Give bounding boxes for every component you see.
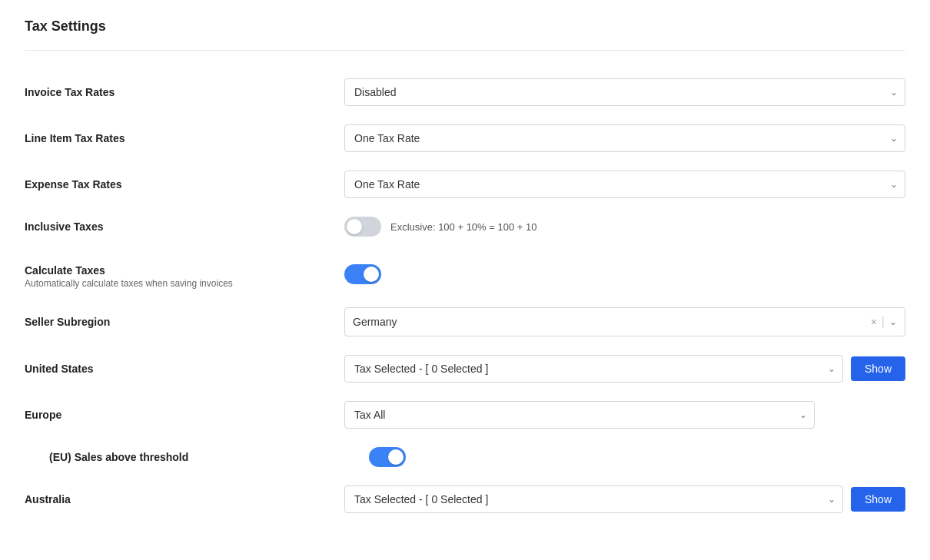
invoice-tax-rates-label: Invoice Tax Rates	[25, 86, 332, 98]
united-states-show-button[interactable]: Show	[851, 356, 905, 381]
calculate-taxes-toggle[interactable]	[344, 264, 381, 284]
expense-tax-rates-label: Expense Tax Rates	[25, 178, 332, 191]
united-states-dropdown-group: Tax Selected - [ 0 Selected ] Tax All Ta…	[344, 355, 905, 383]
australia-dropdown-group: Tax Selected - [ 0 Selected ] Tax All Ta…	[344, 485, 905, 513]
seller-subregion-control: Germany × | ⌄	[344, 307, 905, 336]
calculate-taxes-control	[344, 264, 905, 284]
section-divider	[25, 50, 905, 51]
invoice-tax-rates-select-wrapper: Disabled One Tax Rate Multiple Tax Rates…	[344, 78, 905, 106]
inclusive-taxes-control: Exclusive: 100 + 10% = 100 + 10	[344, 217, 905, 237]
expense-tax-rates-select-wrapper: Disabled One Tax Rate Multiple Tax Rates…	[344, 171, 905, 198]
seller-subregion-clear-icon[interactable]: ×	[871, 316, 877, 328]
inclusive-taxes-label: Inclusive Taxes	[25, 220, 332, 233]
page-title: Tax Settings	[25, 18, 905, 35]
line-item-tax-rates-label: Line Item Tax Rates	[25, 132, 332, 144]
inclusive-taxes-slider	[344, 217, 381, 237]
inclusive-taxes-description: Exclusive: 100 + 10% = 100 + 10	[390, 221, 536, 233]
expense-tax-rates-row: Expense Tax Rates Disabled One Tax Rate …	[25, 161, 905, 207]
united-states-select[interactable]: Tax Selected - [ 0 Selected ] Tax All Ta…	[344, 355, 843, 383]
inclusive-taxes-row: Inclusive Taxes Exclusive: 100 + 10% = 1…	[25, 207, 905, 246]
europe-select[interactable]: Tax All Tax Selected Tax None	[344, 401, 815, 429]
australia-row: Australia Tax Selected - [ 0 Selected ] …	[25, 476, 905, 522]
line-item-tax-rates-row: Line Item Tax Rates Disabled One Tax Rat…	[25, 115, 905, 161]
seller-subregion-chevron-icon[interactable]: ⌄	[889, 316, 897, 327]
invoice-tax-rates-select[interactable]: Disabled One Tax Rate Multiple Tax Rates	[344, 78, 905, 106]
line-item-tax-rates-control: Disabled One Tax Rate Multiple Tax Rates…	[344, 124, 905, 152]
expense-tax-rates-control: Disabled One Tax Rate Multiple Tax Rates…	[344, 171, 905, 198]
australia-label: Australia	[25, 493, 332, 505]
seller-subregion-label: Seller Subregion	[25, 316, 332, 328]
seller-subregion-field[interactable]: Germany × | ⌄	[344, 307, 905, 336]
line-item-tax-rates-select-wrapper: Disabled One Tax Rate Multiple Tax Rates…	[344, 124, 905, 152]
calculate-taxes-label: Calculate Taxes Automatically calculate …	[25, 264, 332, 289]
spacer-1	[25, 246, 905, 255]
line-item-tax-rates-select[interactable]: Disabled One Tax Rate Multiple Tax Rates	[344, 124, 905, 152]
eu-sales-toggle[interactable]	[369, 447, 406, 467]
united-states-select-wrapper: Tax Selected - [ 0 Selected ] Tax All Ta…	[344, 355, 843, 383]
australia-show-button[interactable]: Show	[851, 487, 905, 512]
eu-sales-label: (EU) Sales above threshold	[49, 451, 357, 463]
europe-select-wrapper: Tax All Tax Selected Tax None ⌄	[344, 401, 815, 429]
europe-control: Tax All Tax Selected Tax None ⌄	[344, 401, 905, 429]
united-states-label: United States	[25, 363, 332, 375]
seller-subregion-row: Seller Subregion Germany × | ⌄	[25, 298, 905, 346]
eu-sales-control	[369, 447, 905, 467]
expense-tax-rates-select[interactable]: Disabled One Tax Rate Multiple Tax Rates	[344, 171, 905, 198]
australia-control: Tax Selected - [ 0 Selected ] Tax All Ta…	[344, 485, 905, 513]
australia-select[interactable]: Tax Selected - [ 0 Selected ] Tax All Ta…	[344, 485, 843, 513]
united-states-control: Tax Selected - [ 0 Selected ] Tax All Ta…	[344, 355, 905, 383]
calculate-taxes-row: Calculate Taxes Automatically calculate …	[25, 255, 905, 298]
eu-sales-row: (EU) Sales above threshold	[25, 438, 905, 476]
invoice-tax-rates-control: Disabled One Tax Rate Multiple Tax Rates…	[344, 78, 905, 106]
calculate-taxes-slider	[344, 264, 381, 284]
page-container: Tax Settings Invoice Tax Rates Disabled …	[0, 0, 930, 560]
united-states-row: United States Tax Selected - [ 0 Selecte…	[25, 346, 905, 392]
europe-row: Europe Tax All Tax Selected Tax None ⌄	[25, 392, 905, 438]
seller-subregion-separator: |	[882, 315, 885, 329]
eu-sales-slider	[369, 447, 406, 467]
seller-subregion-value: Germany	[353, 316, 397, 328]
invoice-tax-rates-row: Invoice Tax Rates Disabled One Tax Rate …	[25, 69, 905, 115]
inclusive-taxes-toggle[interactable]	[344, 217, 381, 237]
australia-select-wrapper: Tax Selected - [ 0 Selected ] Tax All Ta…	[344, 485, 843, 513]
europe-label: Europe	[25, 409, 332, 421]
